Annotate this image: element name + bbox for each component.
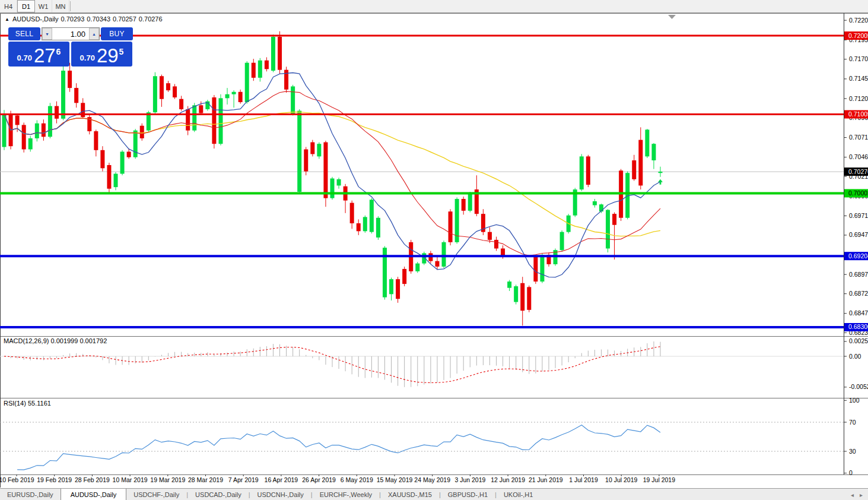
price-tick-label: 0.69715 <box>849 212 868 219</box>
candle-body <box>55 106 59 119</box>
candle-body <box>533 257 538 281</box>
date-label: 19 Feb 2019 <box>37 476 72 483</box>
candle-body <box>212 97 216 144</box>
candle-body <box>278 37 282 70</box>
timeframe-button-h4[interactable]: H4 <box>0 0 17 12</box>
candle-body <box>357 223 361 231</box>
buy-price-display[interactable]: 0.70295 <box>71 42 132 67</box>
volume-input[interactable] <box>52 28 89 40</box>
tab-gbpusd-h1[interactable]: GBPUSD-,H1 <box>441 489 495 500</box>
date-label: 6 May 2019 <box>341 476 373 483</box>
tab-eurusd-daily[interactable]: EURUSD-,Daily <box>0 489 61 500</box>
candle-body <box>396 279 400 299</box>
timeframe-button-w1[interactable]: W1 <box>35 0 52 12</box>
price-tick-label: 0.69470 <box>849 231 868 238</box>
buy-button[interactable]: BUY <box>101 27 133 40</box>
sell-button[interactable]: SELL <box>8 27 40 40</box>
tab-ukoil-h1[interactable]: UKOil-,H1 <box>497 489 540 500</box>
candle-body <box>632 160 636 179</box>
ohlc-close: 0.70276 <box>139 15 163 23</box>
date-label: 19 Mar 2019 <box>150 476 185 483</box>
candle-body <box>389 279 393 294</box>
candle-body <box>107 165 111 189</box>
candle-body <box>160 76 164 99</box>
tab-usdcad-daily[interactable]: USDCAD-,Daily <box>188 489 249 500</box>
macd-axis-label: 0.00 <box>849 353 861 360</box>
tab-audusd-daily[interactable]: AUDUSD-,Daily <box>61 489 127 500</box>
candle-body <box>651 144 656 160</box>
price-tick-label: 0.68475 <box>849 309 868 317</box>
candle-body <box>415 264 419 271</box>
tab-scroll-right-icon[interactable]: ▸ <box>860 492 863 498</box>
date-label: 28 Mar 2019 <box>188 476 223 483</box>
date-label: 10 Feb 2019 <box>0 476 34 483</box>
price-tick-label: 0.70710 <box>849 134 868 141</box>
candle-body <box>488 232 492 240</box>
chart-shift-marker-icon[interactable] <box>668 15 676 19</box>
candle-body <box>435 261 439 267</box>
sell-price-big: 27 <box>34 47 56 65</box>
candle-body <box>173 86 177 97</box>
candle-body <box>291 86 295 113</box>
sell-price-display[interactable]: 0.70276 <box>8 42 69 67</box>
candle-body <box>462 199 466 211</box>
tab-usdcnh-daily[interactable]: USDCNH-,Daily <box>250 489 311 500</box>
candle-body <box>304 149 308 171</box>
candle-body <box>166 83 170 90</box>
macd-axis-label: -0.005234 <box>849 383 868 390</box>
tab-usdchf-daily[interactable]: USDCHF-,Daily <box>126 489 186 500</box>
volume-up-button[interactable]: ▲ <box>89 28 99 40</box>
candle-body <box>68 71 72 88</box>
rsi-axis-label: 0 <box>849 469 853 476</box>
candle-body <box>22 125 26 149</box>
price-tick-label: 0.71705 <box>849 55 868 62</box>
candle-body <box>284 70 288 90</box>
candle-body <box>449 211 453 242</box>
candle-body <box>363 217 367 231</box>
candle-body <box>580 156 584 189</box>
candle-body <box>350 203 354 223</box>
level-badge-label: 0.69204 <box>848 252 868 260</box>
price-tick-label: 0.72200 <box>849 17 868 24</box>
candle-body <box>323 143 328 198</box>
candle-body <box>507 281 511 288</box>
volume-stepper: ▼ ▲ <box>42 27 100 40</box>
candle-body <box>638 140 643 186</box>
timeframe-button-mn[interactable]: MN <box>52 0 69 12</box>
price-tick-label: 0.68970 <box>849 271 868 278</box>
date-label: 10 Jul 2019 <box>605 476 637 483</box>
one-click-trading-panel: SELL ▼ ▲ BUY 0.70276 0.70295 <box>8 27 133 67</box>
candle-body <box>153 76 157 112</box>
candle-body <box>645 129 649 156</box>
candle-body <box>239 92 243 102</box>
candle-body <box>48 106 52 137</box>
buy-price-sup: 5 <box>119 47 124 56</box>
candle-body <box>527 287 531 309</box>
date-label: 26 Apr 2019 <box>302 476 336 483</box>
tab-scroll-left-icon[interactable]: ◂ <box>851 492 854 498</box>
candle-body <box>317 144 321 156</box>
chart-canvas[interactable]: 0.722000.719500.717050.714550.712050.709… <box>0 13 868 488</box>
candle-body <box>94 131 98 150</box>
candle-body <box>402 269 406 284</box>
level-badge-label: 0.70002 <box>848 189 868 197</box>
buy-price-big: 29 <box>97 47 119 65</box>
tab-eurchf-weekly[interactable]: EURCHF-,Weekly <box>313 489 379 500</box>
tab-xauusd-m15[interactable]: XAUUSD-,M15 <box>381 489 439 500</box>
candle-body <box>376 218 380 238</box>
date-label: 21 Jun 2019 <box>529 476 563 483</box>
date-label: 16 Apr 2019 <box>265 476 298 483</box>
candle-body <box>192 105 196 130</box>
tab-scroll-arrows: ◂ ▸ <box>848 489 866 500</box>
candle-body <box>179 99 183 109</box>
rsi-axis-label: 30 <box>849 448 856 455</box>
volume-down-button[interactable]: ▼ <box>42 28 52 40</box>
candle-body <box>252 63 256 78</box>
timeframe-button-d1[interactable]: D1 <box>17 0 35 12</box>
candle-body <box>186 109 190 131</box>
candle-body <box>35 124 39 138</box>
current-price-badge-label: 0.70276 <box>848 168 868 175</box>
price-tick-label: 0.68725 <box>849 290 868 297</box>
level-badge-label: 0.68300 <box>848 323 868 330</box>
price-tick-label: 0.70460 <box>849 153 868 160</box>
